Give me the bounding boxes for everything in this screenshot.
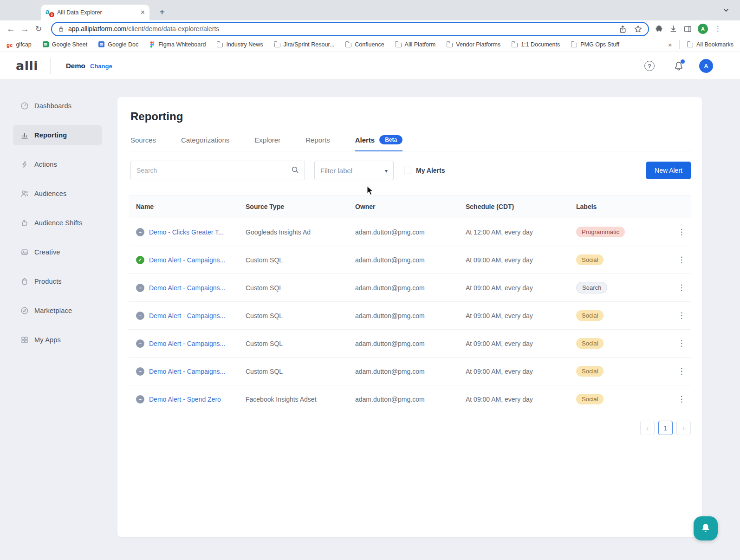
- browser-profile-avatar[interactable]: A: [698, 24, 708, 34]
- search-input[interactable]: [136, 167, 291, 174]
- downloads-icon[interactable]: [669, 25, 678, 33]
- bookmarks-divider: [679, 40, 680, 49]
- previous-page-button[interactable]: [640, 421, 655, 435]
- tab-alerts[interactable]: Alerts Beta: [355, 135, 403, 151]
- current-page-button[interactable]: 1: [658, 421, 673, 435]
- label-badge: Social: [576, 254, 604, 265]
- back-button[interactable]: [4, 22, 18, 36]
- help-icon[interactable]: [644, 61, 655, 71]
- reload-button[interactable]: [32, 22, 45, 36]
- bookmark-folder-jira-sprint[interactable]: Jira/Sprint Resour...: [274, 41, 335, 48]
- all-bookmarks-button[interactable]: All Bookmarks: [687, 41, 734, 48]
- tab-reports[interactable]: Reports: [305, 135, 330, 151]
- products-icon: [20, 277, 29, 286]
- my-alerts-toggle: My Alerts: [404, 167, 445, 174]
- side-panel-icon[interactable]: [683, 25, 692, 33]
- my-alerts-checkbox[interactable]: [404, 167, 411, 174]
- row-menu-icon[interactable]: [672, 283, 691, 293]
- bookmarks-overflow-icon[interactable]: [668, 40, 672, 49]
- table-row: Demo Alert - Campaigns... Custom SQL ada…: [129, 330, 691, 358]
- sidebar-item-reporting[interactable]: Reporting: [13, 125, 102, 145]
- sidebar-item-my-apps[interactable]: My Apps: [13, 330, 102, 350]
- status-paused-icon: [136, 228, 144, 236]
- alert-name-link[interactable]: Demo Alert - Spend Zero: [149, 396, 221, 403]
- new-alert-button[interactable]: New Alert: [646, 162, 691, 179]
- pagination: 1: [129, 421, 691, 435]
- status-paused-icon: [136, 367, 144, 376]
- bookmark-star-icon[interactable]: [634, 25, 643, 33]
- alert-name-link[interactable]: Demo Alert - Campaigns...: [149, 284, 225, 292]
- alert-name-link[interactable]: Demo Alert - Campaigns...: [149, 256, 225, 264]
- change-client-link[interactable]: Change: [90, 63, 112, 70]
- filter-label-select[interactable]: Filter label: [314, 161, 394, 180]
- sidebar: Dashboards Reporting Actions Audiences A…: [0, 80, 115, 359]
- tab-close-icon[interactable]: ×: [141, 9, 145, 16]
- tab-categorizations[interactable]: Categorizations: [181, 135, 229, 151]
- notification-dot: [681, 59, 685, 64]
- row-menu-icon[interactable]: [672, 339, 691, 348]
- bookmark-gifcap[interactable]: gifcap: [6, 40, 32, 49]
- sidebar-item-actions[interactable]: Actions: [13, 154, 102, 175]
- bookmark-folder-vendor-platforms[interactable]: Vendor Platforms: [447, 41, 500, 48]
- new-tab-button[interactable]: +: [156, 6, 168, 18]
- folder-icon: [687, 43, 693, 47]
- sidebar-item-products[interactable]: Products: [13, 271, 102, 292]
- user-avatar[interactable]: A: [699, 59, 713, 73]
- browser-tab[interactable]: 5 Alli Data Explorer ×: [41, 5, 149, 20]
- creative-icon: [20, 248, 29, 256]
- alert-name-link[interactable]: Demo - Clicks Greater T...: [149, 228, 224, 236]
- status-paused-icon: [136, 395, 144, 404]
- sidebar-item-marketplace[interactable]: Marketplace: [13, 300, 102, 321]
- marketplace-icon: [20, 306, 29, 315]
- tab-title: Alli Data Explorer: [57, 9, 137, 16]
- label-badge: Programmatic: [576, 227, 625, 237]
- bookmark-figma-whiteboard[interactable]: Figma Whiteboard: [149, 41, 206, 48]
- bookmark-google-doc[interactable]: Google Doc: [98, 41, 138, 48]
- row-menu-icon[interactable]: [672, 255, 691, 265]
- share-icon[interactable]: [618, 25, 627, 33]
- bookmark-folder-industry-news[interactable]: Industry News: [217, 41, 263, 48]
- lock-icon[interactable]: [58, 26, 65, 33]
- sidebar-item-audiences[interactable]: Audiences: [13, 183, 102, 204]
- table-row: Demo Alert - Campaigns... Custom SQL ada…: [129, 246, 691, 274]
- row-menu-icon[interactable]: [672, 227, 691, 237]
- status-paused-icon: [136, 339, 144, 348]
- alert-name-link[interactable]: Demo Alert - Campaigns...: [149, 340, 225, 347]
- extensions-icon[interactable]: [655, 25, 663, 33]
- table-row: Demo Alert - Campaigns... Custom SQL ada…: [129, 302, 691, 330]
- alert-name-link[interactable]: Demo Alert - Campaigns...: [149, 312, 225, 319]
- bookmark-folder-confluence[interactable]: Confluence: [345, 41, 384, 48]
- sidebar-item-creative[interactable]: Creative: [13, 242, 102, 262]
- bookmark-folder-pmg-ops-stuff[interactable]: PMG Ops Stuff: [571, 41, 619, 48]
- tab-explorer[interactable]: Explorer: [254, 135, 280, 151]
- label-badge: Social: [576, 394, 604, 404]
- forward-button[interactable]: [18, 22, 32, 36]
- row-menu-icon[interactable]: [672, 366, 691, 376]
- alert-name-link[interactable]: Demo Alert - Campaigns...: [149, 368, 225, 375]
- status-paused-icon: [136, 312, 144, 320]
- bookmark-folder-1-1-documents[interactable]: 1:1 Documents: [512, 41, 560, 48]
- label-badge: Social: [576, 366, 604, 377]
- notifications-bell-icon[interactable]: [673, 60, 684, 72]
- tab-search-chevron-icon[interactable]: [722, 7, 730, 14]
- tab-sources[interactable]: Sources: [130, 135, 156, 151]
- folder-icon: [345, 43, 351, 47]
- folder-icon: [447, 43, 453, 47]
- chevron-down-icon: [385, 166, 388, 175]
- chat-fab-button[interactable]: [694, 516, 718, 540]
- browser-menu-icon[interactable]: [714, 25, 726, 33]
- sidebar-item-dashboards[interactable]: Dashboards: [13, 96, 102, 116]
- row-menu-icon[interactable]: [672, 394, 691, 404]
- bookmark-google-sheet[interactable]: Google Sheet: [43, 41, 87, 48]
- row-menu-icon[interactable]: [672, 311, 691, 320]
- reporting-card: Reporting Sources Categorizations Explor…: [117, 97, 702, 537]
- my-alerts-label[interactable]: My Alerts: [416, 167, 445, 174]
- table-header: Name Source Type Owner Schedule (CDT) La…: [129, 195, 691, 218]
- google-sheets-icon: [43, 41, 49, 47]
- next-page-button[interactable]: [676, 421, 691, 435]
- address-bar[interactable]: app.alliplatform.com/client/demo/data-ex…: [51, 22, 649, 36]
- my-apps-icon: [20, 336, 29, 344]
- bookmark-folder-alli-platform[interactable]: Alli Platform: [396, 41, 436, 48]
- bell-icon: [700, 522, 712, 534]
- sidebar-item-audience-shifts[interactable]: Audience Shifts: [13, 213, 102, 233]
